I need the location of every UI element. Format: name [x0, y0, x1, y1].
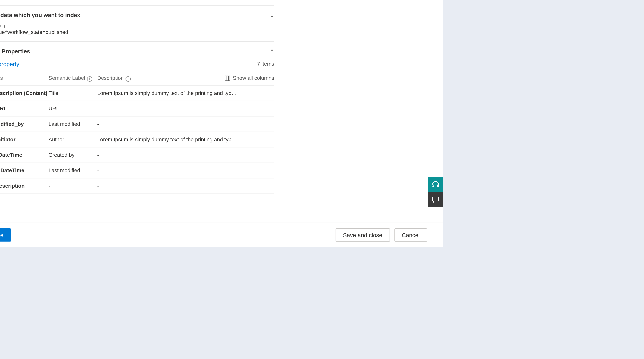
query-string-value: active=true^workflow_state=published: [0, 29, 274, 35]
property-row[interactable]: CreatedDateTimeCreated by-: [0, 147, 274, 163]
svg-rect-19: [225, 76, 230, 81]
svg-rect-20: [432, 197, 438, 201]
property-row[interactable]: Order_description--: [0, 178, 274, 194]
floating-widgets: [428, 177, 443, 207]
chevron-down-icon: ⌄: [270, 12, 274, 18]
manage-properties-header[interactable]: Manage Properties ⌃: [0, 48, 274, 55]
info-icon[interactable]: i: [126, 76, 131, 81]
property-row[interactable]: Order_initiatorAuthorLorem Ipsum is simp…: [0, 132, 274, 147]
manage-properties-section: Manage Properties ⌃ + Add property 7 ite…: [0, 41, 274, 200]
property-row[interactable]: Order_URLURL-: [0, 101, 274, 116]
support-widget-icon[interactable]: [428, 177, 443, 192]
include-data-header[interactable]: Include data which you want to index ⌄: [0, 12, 274, 18]
show-all-columns-button[interactable]: Show all columns: [224, 75, 274, 81]
save-close-button[interactable]: Save and close: [336, 228, 390, 242]
chevron-up-icon: ⌃: [270, 48, 274, 54]
item-count: 7 items: [257, 61, 274, 67]
property-row[interactable]: OrderDescription (Content)TitleLorem Ips…: [0, 85, 274, 101]
cancel-button[interactable]: Cancel: [394, 228, 427, 242]
flyout-footer: Create Save and close Cancel: [0, 223, 443, 247]
info-icon[interactable]: i: [87, 76, 92, 81]
properties-table: Properties Semantic Labeli Descriptioni …: [0, 71, 274, 194]
flyout-panel: ServiceNow Knowledge Setup Users Content…: [0, 0, 443, 247]
feedback-widget-icon[interactable]: [428, 192, 443, 207]
col-semantic: Semantic Labeli: [48, 75, 97, 81]
col-description: Descriptioni: [97, 75, 224, 81]
include-data-section: Include data which you want to index ⌄ Q…: [0, 5, 274, 41]
col-properties: Properties: [0, 75, 48, 81]
create-button[interactable]: Create: [0, 228, 11, 242]
query-string-label: Query string: [0, 23, 274, 28]
property-row[interactable]: Last_modified_byLast modified-: [0, 116, 274, 132]
add-property-button[interactable]: + Add property: [0, 60, 19, 68]
property-row[interactable]: ModifiedDateTimeLast modified-: [0, 163, 274, 178]
